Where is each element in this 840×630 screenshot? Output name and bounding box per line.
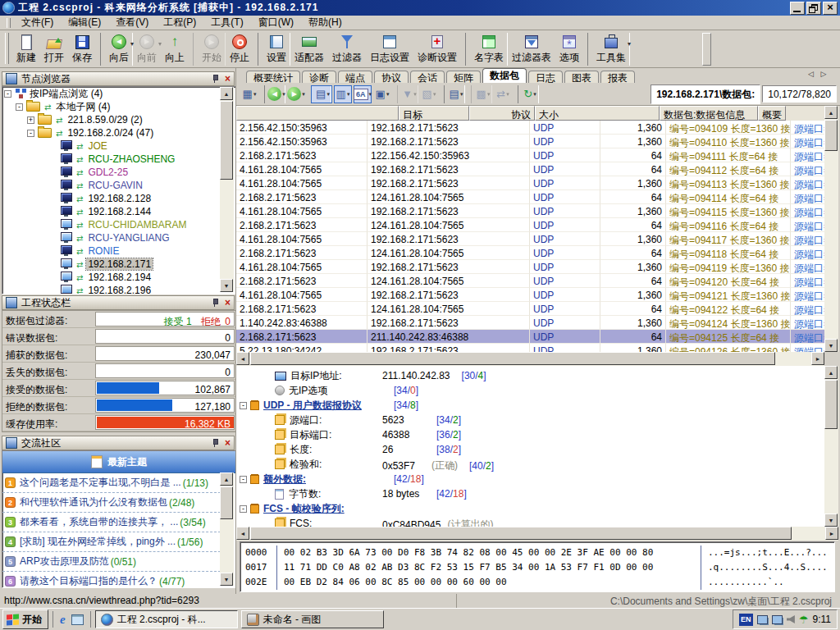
cell-summary[interactable]: 源端口=	[791, 302, 824, 316]
hex-bytes[interactable]: 00 EB D2 84 06 00 8C 85 00 00 00 60 00 0…	[276, 575, 701, 590]
packet-row[interactable]: 4.161.28.104:7565 192.168.2.171:5623 UDP…	[236, 288, 824, 302]
toolbar-button[interactable]: 打开 ▾	[40, 33, 68, 66]
toolbar-button[interactable]: 选项 ▾	[555, 33, 583, 66]
toolbar-button[interactable]: 停止 ▾	[226, 33, 253, 66]
scroll-down-icon[interactable]: ▼	[824, 514, 838, 527]
volume-icon[interactable]	[787, 615, 795, 623]
cell-target[interactable]: 124.161.28.104:7565	[368, 246, 530, 260]
menu-item[interactable]: 窗口(W)	[251, 15, 301, 30]
cell-summary[interactable]: 源端口=	[791, 274, 824, 288]
tree-expander[interactable]: -	[240, 505, 247, 513]
toolbar-button[interactable]: 向前 ▾	[133, 33, 161, 66]
cell-summary[interactable]: 源端口=	[791, 288, 824, 302]
toolbar-button[interactable]: 过滤器 ▾	[328, 33, 366, 66]
packet-toolbar-button[interactable]: ▤ ▾	[311, 85, 332, 103]
packet-row[interactable]: 2.168.2.171:5623 124.161.28.104:7565 UDP…	[236, 246, 824, 260]
cell-size[interactable]: 64	[600, 274, 666, 288]
packet-row[interactable]: 2.168.2.171:5623 124.161.28.104:7565 UDP…	[236, 218, 824, 232]
cell-protocol[interactable]: UDP	[530, 246, 600, 260]
decode-row[interactable]: - 额外数据: [42/18]	[236, 472, 824, 486]
pin-icon[interactable]	[211, 438, 219, 448]
dropdown-caret-icon[interactable]: ▾	[487, 91, 491, 98]
topic-text[interactable]: [求助] 现在外网经常掉线，ping外 ...	[20, 535, 176, 549]
scroll-up-icon[interactable]: ▲	[824, 366, 838, 379]
cell-protocol[interactable]: UDP	[530, 162, 600, 176]
cell-packet-info[interactable]: 编号=094122 长度=64 接	[666, 302, 791, 316]
scrollbar-thumb[interactable]	[824, 380, 838, 429]
tree-node-label[interactable]: 192.168.2.171	[86, 258, 153, 270]
tree-node[interactable]: - ⇄ 192.168.2.0/24 (47)	[2, 126, 235, 139]
cell-protocol[interactable]: UDP	[530, 121, 600, 135]
dropdown-caret-icon[interactable]: ▾	[533, 91, 536, 98]
view-tab[interactable]: 会话	[410, 71, 445, 83]
tree-node[interactable]: ⇄ 192.168.2.194	[2, 271, 235, 284]
dropdown-caret-icon[interactable]: ▾	[326, 91, 330, 98]
cell-summary[interactable]: 源端口=	[791, 218, 824, 232]
packet-table-vscrollbar[interactable]: ▲ ▼	[824, 106, 838, 352]
packet-toolbar-button[interactable]: ▶ ▾	[287, 85, 305, 103]
toolbar-button[interactable]: 诊断设置 ▾	[413, 33, 461, 66]
cell-size[interactable]: 64	[600, 190, 666, 204]
cell-summary[interactable]: 源端口=	[791, 162, 824, 176]
cell-size[interactable]: 1,360	[600, 344, 666, 352]
cell-source[interactable]: 2.168.2.171:5623	[236, 330, 368, 344]
field-label[interactable]: 额外数据:	[263, 472, 306, 486]
cell-packet-info[interactable]: 编号=094110 长度=1360 接	[666, 135, 791, 148]
packet-row[interactable]: 2.168.2.171:5623 124.161.28.104:7565 UDP…	[236, 190, 824, 204]
scrollbar-thumb[interactable]	[250, 527, 792, 540]
tree-expander[interactable]: -	[240, 402, 247, 409]
cell-packet-info[interactable]: 编号=094111 长度=64 接	[666, 148, 791, 162]
show-desktop-icon[interactable]	[71, 614, 84, 625]
cell-protocol[interactable]: UDP	[530, 302, 600, 316]
tree-node[interactable]: ⇄ 192.168.2.128	[2, 192, 235, 205]
cell-summary[interactable]: 源端口=	[791, 316, 824, 330]
view-tab[interactable]: 图表	[564, 71, 599, 83]
cell-source[interactable]: 5.22.13.180:34242	[236, 344, 368, 352]
packet-row[interactable]: 4.161.28.104:7565 192.168.2.171:5623 UDP…	[236, 176, 824, 190]
toolbar-button[interactable]: 向上 ▾	[161, 33, 189, 66]
tree-node-label[interactable]: RCU-CHIDAMBARAM	[86, 219, 188, 231]
cell-protocol[interactable]: UDP	[530, 218, 600, 232]
close-icon[interactable]: ×	[225, 74, 231, 84]
hex-row[interactable]: 002E 00 EB D2 84 06 00 8C 85 00 00 00 60…	[245, 575, 829, 590]
cell-protocol[interactable]: UDP	[530, 190, 600, 204]
language-indicator[interactable]: EN	[739, 614, 753, 626]
packet-row[interactable]: 2.168.2.171:5623 124.161.28.104:7565 UDP…	[236, 302, 824, 316]
toolbar-button[interactable]: 向后 ▾	[100, 33, 133, 66]
minimize-button[interactable]	[790, 2, 805, 15]
tree-node[interactable]: ⇄ RONIE	[2, 244, 235, 258]
cell-target[interactable]: 124.161.28.104:7565	[368, 302, 530, 316]
cell-summary[interactable]: 源端口=	[791, 232, 824, 246]
topic-item[interactable]: 6 请教这个目标端口指的是什么？ (4/77)	[2, 572, 221, 588]
decode-row[interactable]: 目标IP地址: 211.140.242.83 [30/4]	[236, 368, 824, 383]
cell-target[interactable]: 192.168.2.171:5623	[368, 288, 530, 302]
decode-row[interactable]: 字节数: 18 bytes [42/18]	[236, 486, 824, 501]
cell-summary[interactable]: 源端口=	[791, 330, 824, 344]
packet-toolbar-button[interactable]: ▦ ▾	[240, 85, 258, 103]
tree-node-label[interactable]: 192.168.2.0/24 (47)	[66, 127, 155, 139]
dropdown-caret-icon[interactable]: ▾	[282, 91, 285, 98]
cell-protocol[interactable]: UDP	[530, 330, 600, 344]
cell-packet-info[interactable]: 编号=094117 长度=1360 接	[666, 232, 791, 246]
topic-item[interactable]: 4 [求助] 现在外网经常掉线，ping外 ... (1/56)	[2, 532, 221, 552]
tree-node[interactable]: ⇄ JOE	[2, 139, 235, 153]
toolbar-button[interactable]: 名字表 ▾	[465, 33, 508, 66]
cell-target[interactable]: 122.156.42.150:35963	[368, 148, 530, 162]
menu-item[interactable]: 文件(F)	[14, 15, 61, 30]
tree-node-label[interactable]: 本地子网 (4)	[54, 100, 112, 113]
cell-size[interactable]: 1,360	[600, 260, 666, 274]
cell-summary[interactable]: 源端口=	[791, 176, 824, 190]
cell-protocol[interactable]: UDP	[530, 204, 600, 218]
decode-vscrollbar[interactable]: ▲ ▼	[824, 366, 838, 527]
tree-node[interactable]: + ⇄ 221.8.59.0/29 (2)	[2, 113, 235, 126]
cell-protocol[interactable]: UDP	[530, 148, 600, 162]
menu-item[interactable]: 查看(V)	[108, 15, 156, 30]
cell-source[interactable]: 4.161.28.104:7565	[236, 232, 368, 246]
dropdown-caret-icon[interactable]: ▾	[413, 91, 417, 98]
cell-protocol[interactable]: UDP	[530, 344, 600, 352]
cell-target[interactable]: 124.161.28.104:7565	[368, 218, 530, 232]
packet-row[interactable]: 2.156.42.150:35963 192.168.2.171:5623 UD…	[236, 135, 824, 148]
dropdown-caret-icon[interactable]: ▾	[347, 91, 350, 98]
cell-packet-info[interactable]: 编号=094109 长度=1360 接	[666, 121, 791, 135]
cell-target[interactable]: 124.161.28.104:7565	[368, 274, 530, 288]
